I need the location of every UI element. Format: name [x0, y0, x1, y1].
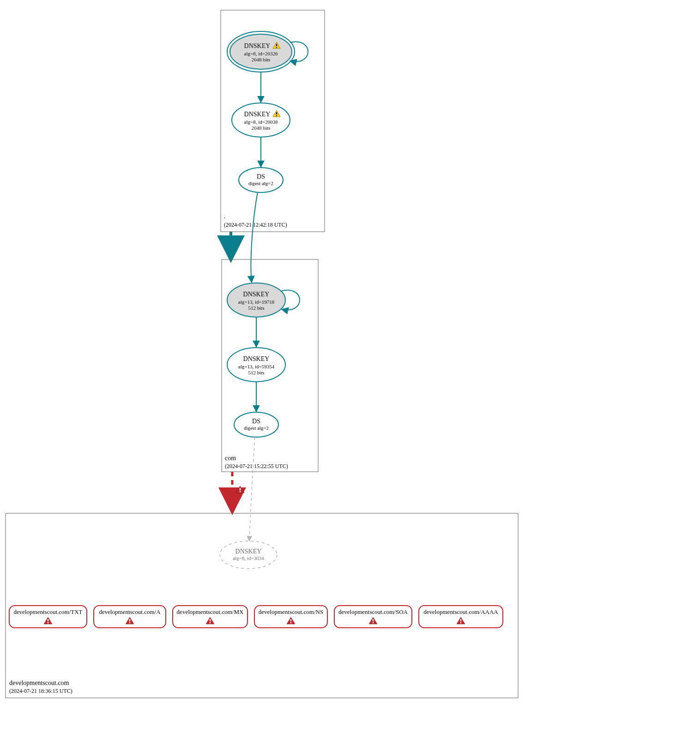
svg-text:developmentscout.com/AAAA: developmentscout.com/AAAA — [423, 608, 498, 615]
domain-dnskey-line1: alg=8, id=3034 — [233, 555, 264, 561]
root-ds-line1: digest alg=2 — [248, 180, 273, 186]
com-zsk-node[interactable]: DNSKEY alg=13, id=59354 512 bits — [227, 348, 285, 382]
root-ksk-node[interactable]: DNSKEY alg=8, id=20326 2048 bits — [227, 31, 295, 72]
svg-text:developmentscout.com/SOA: developmentscout.com/SOA — [338, 608, 408, 615]
com-ds-node[interactable]: DS digest alg=2 — [234, 412, 278, 437]
svg-text:DNSKEY: DNSKEY — [244, 42, 271, 49]
rrset-txt[interactable]: developmentscout.com/TXT — [9, 606, 87, 628]
svg-text:developmentscout.com/TXT: developmentscout.com/TXT — [13, 608, 82, 615]
root-ds-title: DS — [257, 173, 265, 180]
root-zone-time: (2024-07-21 12:42:18 UTC) — [224, 222, 287, 228]
root-zone-name: . — [224, 213, 226, 220]
com-zone-name: com — [225, 455, 236, 462]
svg-text:developmentscout.com/MX: developmentscout.com/MX — [177, 608, 244, 615]
com-ksk-node[interactable]: DNSKEY alg=13, id=19718 512 bits — [227, 283, 285, 317]
rrset-aaaa[interactable]: developmentscout.com/AAAA — [419, 606, 503, 628]
com-zsk-line1: alg=13, id=59354 — [238, 364, 275, 369]
com-zsk-line2: 512 bits — [248, 370, 264, 375]
svg-point-16 — [220, 541, 277, 569]
domain-dnskey-title: DNSKEY — [235, 548, 262, 555]
domain-dnskey-node[interactable]: DNSKEY alg=8, id=3034 — [220, 541, 277, 569]
root-zsk-title: DNSKEY — [244, 111, 271, 118]
rrset-soa[interactable]: developmentscout.com/SOA — [334, 606, 412, 628]
root-ksk-line2: 2048 bits — [252, 57, 271, 62]
svg-point-10 — [239, 168, 283, 192]
root-ksk-title: DNSKEY — [244, 42, 271, 49]
root-zsk-line1: alg=8, id=20038 — [244, 119, 278, 125]
rrset-mx[interactable]: developmentscout.com/MX — [173, 606, 247, 628]
com-ksk-title: DNSKEY — [243, 291, 270, 298]
root-ksk-line1: alg=8, id=20326 — [244, 51, 278, 56]
rrset-ns[interactable]: developmentscout.com/NS — [254, 606, 327, 628]
com-ksk-line2: 512 bits — [248, 305, 264, 311]
svg-text:developmentscout.com/A: developmentscout.com/A — [99, 608, 161, 615]
zone-domain: DNSKEY alg=8, id=3034 developmentscout.c… — [6, 513, 518, 698]
com-zsk-title: DNSKEY — [243, 355, 270, 362]
com-ds-title: DS — [252, 418, 260, 425]
domain-zone-time: (2024-07-21 18:36:15 UTC) — [9, 688, 72, 694]
root-zsk-node[interactable]: DNSKEY alg=8, id=20038 2048 bits — [232, 103, 290, 137]
svg-text:developmentscout.com/NS: developmentscout.com/NS — [259, 608, 323, 615]
com-zone-time: (2024-07-21 15:22:55 UTC) — [225, 463, 288, 469]
zone-root: DNSKEY alg=8, id=20326 2048 bits DNSKEY … — [221, 10, 325, 232]
svg-point-14 — [234, 412, 278, 437]
com-ds-line1: digest alg=2 — [244, 425, 269, 431]
root-zsk-line2: 2048 bits — [252, 125, 271, 131]
root-ds-node[interactable]: DS digest alg=2 — [239, 168, 283, 192]
edge-missing — [249, 437, 255, 541]
error-icon — [236, 486, 244, 493]
svg-text:DNSKEY: DNSKEY — [244, 111, 271, 118]
zone-com: DNSKEY alg=13, id=19718 512 bits DNSKEY … — [222, 259, 318, 472]
rrset-a[interactable]: developmentscout.com/A — [94, 606, 166, 628]
edge — [251, 192, 258, 282]
com-ksk-line1: alg=13, id=19718 — [238, 299, 275, 305]
domain-zone-name: developmentscout.com — [9, 679, 69, 686]
dnssec-diagram: DNSKEY alg=8, id=20326 2048 bits DNSKEY … — [0, 0, 700, 733]
